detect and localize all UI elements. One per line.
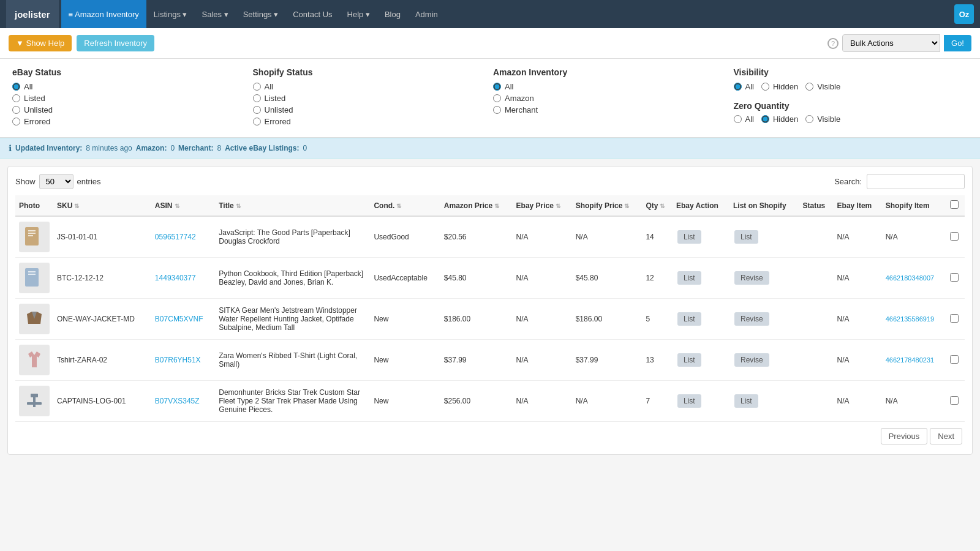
ebay-action-cell: List — [673, 340, 729, 381]
time-ago: 8 minutes ago — [86, 144, 132, 152]
filter-option-ebay-status-listed[interactable]: Listed — [12, 94, 247, 103]
sku-cell: BTC-12-12-12 — [53, 258, 151, 299]
asin-cell: B07CM5XVNF — [151, 299, 215, 340]
shopify-price-cell: N/A — [572, 381, 643, 422]
ebay-price-cell: N/A — [513, 381, 572, 422]
ebay-action-button[interactable]: List — [677, 312, 701, 326]
filter-option-zero-qty-visible[interactable]: Visible — [805, 114, 840, 124]
visibility-filter: Visibility All Hidden Visible Zero Quant… — [734, 67, 968, 129]
refresh-inventory-button[interactable]: Refresh Inventory — [77, 35, 154, 51]
shopify-action-cell: Revise — [729, 299, 799, 340]
previous-button[interactable]: Previous — [881, 428, 928, 444]
status-cell — [799, 216, 834, 258]
merchant-label: Merchant: — [178, 144, 213, 152]
row-checkbox[interactable] — [950, 396, 959, 405]
filter-option-amazon-inventory-all[interactable]: All — [493, 82, 728, 91]
shopify-action-button[interactable]: List — [734, 394, 758, 408]
shopify-action-cell: List — [729, 381, 799, 422]
col-header-title[interactable]: Title⇅ — [215, 195, 370, 216]
nav-item-sales[interactable]: Sales ▾ — [195, 0, 236, 28]
filter-option-ebay-status-errored[interactable]: Errored — [12, 117, 247, 126]
row-checkbox[interactable] — [950, 314, 959, 323]
table-row: BTC-12-12-121449340377Python Cookbook, T… — [15, 258, 965, 299]
asin-link[interactable]: B07R6YH51X — [155, 356, 201, 364]
col-header-ebay_price[interactable]: Ebay Price⇅ — [513, 195, 572, 216]
nav-item-blog[interactable]: Blog — [377, 0, 408, 28]
col-header-qty[interactable]: Qty⇅ — [642, 195, 673, 216]
asin-link[interactable]: B07VXS345Z — [155, 397, 200, 405]
ebay-action-button[interactable]: List — [677, 394, 701, 408]
filter-option-ebay-status-all[interactable]: All — [12, 82, 247, 91]
filter-option-visibility-all[interactable]: All — [734, 82, 754, 91]
entries-select[interactable]: 102550100 — [39, 174, 74, 189]
nav-item-listings[interactable]: Listings ▾ — [146, 0, 195, 28]
nav-item-amazon-inventory[interactable]: ≡ Amazon Inventory — [61, 0, 146, 28]
condition-cell: UsedAcceptable — [370, 258, 440, 299]
row-checkbox[interactable] — [950, 232, 959, 241]
amazon-inventory-filter: Amazon Inventory All Amazon Merchant — [493, 67, 728, 129]
entries-label: entries — [77, 177, 101, 186]
show-help-button[interactable]: ▼ Show Help — [9, 35, 72, 51]
row-select-cell — [946, 381, 965, 422]
asin-link[interactable]: B07CM5XVNF — [155, 315, 203, 323]
shopify-action-button[interactable]: List — [734, 230, 758, 244]
col-header-cond[interactable]: Cond.⇅ — [370, 195, 440, 216]
sku-cell: JS-01-01-01 — [53, 216, 151, 258]
shopify-action-button[interactable]: Revise — [734, 312, 769, 326]
shopify-item-link[interactable]: 4662135586919 — [886, 315, 935, 323]
ebay-status-title: eBay Status — [12, 67, 247, 77]
col-header-amazon_price[interactable]: Amazon Price⇅ — [440, 195, 513, 216]
status-cell — [799, 258, 834, 299]
filter-option-zero-qty-hidden[interactable]: Hidden — [761, 114, 798, 124]
asin-link[interactable]: 1449340377 — [155, 274, 196, 282]
ebay-action-button[interactable]: List — [677, 230, 701, 244]
condition-cell: New — [370, 299, 440, 340]
asin-cell: 0596517742 — [151, 216, 215, 258]
filter-option-shopify-status-all[interactable]: All — [253, 82, 488, 91]
nav-item-admin[interactable]: Admin — [408, 0, 445, 28]
table-area: Show 102550100 entries Search: PhotoSKU⇅… — [7, 166, 973, 455]
visibility-title: Visibility — [734, 67, 968, 77]
filter-option-amazon-inventory-merchant[interactable]: Merchant — [493, 105, 728, 114]
shopify-item-link[interactable]: 4662178480231 — [886, 356, 935, 364]
ebay-action-button[interactable]: List — [677, 353, 701, 367]
asin-link[interactable]: 0596517742 — [155, 233, 196, 241]
show-label: Show — [15, 177, 36, 186]
filter-option-ebay-status-unlisted[interactable]: Unlisted — [12, 105, 247, 114]
bulk-actions-select[interactable]: Bulk ActionsList on eBayRevise on eBayLi… — [842, 34, 940, 52]
col-header-sku[interactable]: SKU⇅ — [53, 195, 151, 216]
go-button[interactable]: Go! — [944, 35, 971, 51]
shopify-action-button[interactable]: Revise — [734, 353, 769, 367]
filter-option-visibility-hidden[interactable]: Hidden — [761, 82, 798, 91]
filter-option-shopify-status-unlisted[interactable]: Unlisted — [253, 105, 488, 114]
help-icon[interactable]: ? — [827, 38, 839, 49]
col-header-select — [946, 195, 965, 216]
brand-logo[interactable]: joelister — [6, 0, 59, 28]
nav-item-settings[interactable]: Settings ▾ — [236, 0, 286, 28]
select-all-checkbox[interactable] — [950, 200, 959, 209]
shopify-action-button[interactable]: Revise — [734, 271, 769, 285]
filter-option-amazon-inventory-amazon[interactable]: Amazon — [493, 94, 728, 103]
title-cell: SITKA Gear Men's Jetstream Windstopper W… — [215, 299, 370, 340]
col-header-shopify_price[interactable]: Shopify Price⇅ — [572, 195, 643, 216]
filter-option-zero-qty-all[interactable]: All — [734, 114, 754, 124]
info-bar: ℹ Updated Inventory: 8 minutes ago Amazo… — [0, 138, 980, 159]
next-button[interactable]: Next — [930, 428, 962, 444]
filter-option-shopify-status-errored[interactable]: Errored — [253, 117, 488, 126]
nav-item-help[interactable]: Help ▾ — [340, 0, 377, 28]
shopify-action-cell: Revise — [729, 258, 799, 299]
filter-option-visibility-visible[interactable]: Visible — [805, 82, 840, 91]
shopify-item-link[interactable]: 4662180348007 — [886, 274, 935, 282]
user-avatar[interactable]: Oz — [954, 4, 974, 24]
amazon-price-cell: $37.99 — [440, 340, 513, 381]
search-input[interactable] — [867, 174, 965, 189]
row-checkbox[interactable] — [950, 355, 959, 364]
inventory-table: PhotoSKU⇅ASIN⇅Title⇅Cond.⇅Amazon Price⇅E… — [15, 195, 965, 422]
row-select-cell — [946, 258, 965, 299]
filter-option-shopify-status-listed[interactable]: Listed — [253, 94, 488, 103]
status-cell — [799, 299, 834, 340]
row-checkbox[interactable] — [950, 273, 959, 282]
ebay-action-button[interactable]: List — [677, 271, 701, 285]
nav-item-contact-us[interactable]: Contact Us — [285, 0, 339, 28]
col-header-asin[interactable]: ASIN⇅ — [151, 195, 215, 216]
